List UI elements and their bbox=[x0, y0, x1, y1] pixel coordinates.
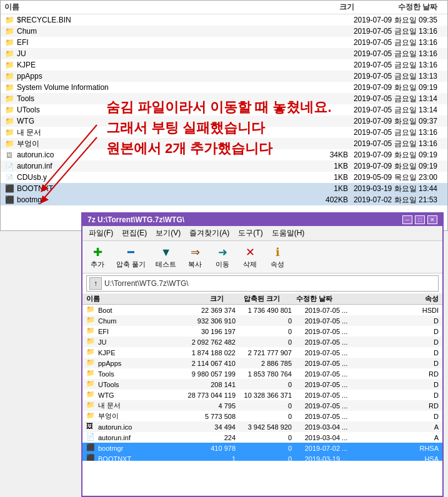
table-row[interactable]: 📁 ppApps 2 114 067 410 2 886 785 2019-07… bbox=[82, 358, 442, 368]
zip-file-size: 2 114 067 410 bbox=[179, 360, 236, 367]
table-row[interactable]: ⬛ BOOTNXT 1 0 2019-03-19 ... HSA bbox=[82, 453, 442, 461]
extract-label: 압축 풀기 bbox=[116, 260, 146, 269]
zip-file-date: 2019-07-05 ... bbox=[292, 349, 361, 357]
maximize-button[interactable]: □ bbox=[415, 215, 425, 224]
zip-menu-items: 파일(F)편집(E)보기(V)즐겨찾기(A)도구(T)도움말(H) bbox=[85, 227, 308, 239]
zip-window-title: 7z U:\Torrent\WTG.7z\WTG\ bbox=[87, 215, 184, 224]
table-row[interactable]: 📁 JU 2 092 762 482 0 2019-07-05 ... D bbox=[82, 337, 442, 347]
table-row[interactable]: 📄 autorun.inf 224 0 2019-03-04 ... A bbox=[82, 432, 442, 443]
zip-file-attr: D bbox=[361, 317, 439, 325]
move-button[interactable]: ➜ 이동 bbox=[211, 244, 234, 270]
menu-item[interactable]: 파일(F) bbox=[85, 227, 117, 239]
zip-file-date: 2019-03-04 ... bbox=[292, 423, 361, 431]
close-button[interactable]: ✕ bbox=[427, 215, 437, 224]
path-up-button[interactable]: ↑ bbox=[89, 277, 102, 290]
zip-file-size: 5 773 508 bbox=[179, 413, 236, 420]
table-row[interactable]: 📁 UTools 208 141 0 2019-07-05 ... D bbox=[82, 379, 442, 390]
folder-icon: 📁 bbox=[86, 401, 96, 411]
zip-file-compressed: 10 328 366 371 bbox=[236, 391, 292, 399]
boot-icon: ⬛ bbox=[86, 454, 96, 461]
file-name: $RECYCLE.BIN bbox=[17, 16, 298, 24]
menu-item[interactable]: 도구(T) bbox=[234, 227, 266, 239]
list-item[interactable]: 📁 ppApps 2019-07-05 금요일 13:13 bbox=[1, 71, 447, 82]
zip-file-size: 30 196 197 bbox=[179, 328, 236, 335]
list-item[interactable]: 📁 JU 2019-07-05 금요일 13:16 bbox=[1, 48, 447, 59]
zip-file-date: 2019-07-05 ... bbox=[292, 381, 361, 388]
folder-icon: 📁 bbox=[86, 411, 96, 421]
list-item[interactable]: 📄 CDUsb.y 1KB 2019-05-09 목요일 23:00 bbox=[1, 172, 447, 183]
file-name: KJPE bbox=[17, 61, 298, 69]
copy-button[interactable]: ⇒ 복사 bbox=[184, 244, 206, 270]
folder-icon: 📁 bbox=[4, 82, 14, 92]
file-date: 2019-07-05 금요일 13:13 bbox=[348, 71, 444, 82]
folder-icon: 📁 bbox=[86, 348, 96, 358]
zip-file-date: 2019-07-02 ... bbox=[292, 445, 361, 452]
list-item[interactable]: ⬛ BOOTNXT 1KB 2019-03-19 화요일 13:44 bbox=[1, 183, 447, 194]
copy-label: 복사 bbox=[188, 260, 202, 269]
test-button[interactable]: ▼ 테스트 bbox=[153, 244, 179, 270]
zip-file-attr: D bbox=[361, 413, 439, 420]
zip-menubar: 파일(F)편집(E)보기(V)즐겨찾기(A)도구(T)도움말(H) bbox=[82, 226, 442, 241]
file-name: BOOTNXT bbox=[17, 184, 298, 193]
zip-file-attr: D bbox=[361, 391, 439, 399]
zcol-attr: 속성 bbox=[349, 294, 439, 303]
minimize-button[interactable]: ─ bbox=[402, 215, 412, 224]
zip-file-name: Tools bbox=[98, 370, 179, 378]
table-row[interactable]: 🖼 autorun.ico 34 494 3 942 548 920 2019-… bbox=[82, 421, 442, 432]
add-icon: ✚ bbox=[90, 245, 105, 260]
list-item[interactable]: 📁 EFI 2019-07-05 금요일 13:16 bbox=[1, 37, 447, 48]
table-row[interactable]: 📁 Boot 22 369 374 1 736 490 801 2019-07-… bbox=[82, 305, 442, 315]
menu-item[interactable]: 즐겨찾기(A) bbox=[186, 227, 233, 239]
file-name: EFI bbox=[17, 38, 298, 47]
zip-file-date: 2019-07-05 ... bbox=[292, 307, 361, 314]
table-row[interactable]: 📁 Tools 9 980 057 199 1 853 780 764 2019… bbox=[82, 368, 442, 379]
extract-button[interactable]: ━ 압축 풀기 bbox=[114, 244, 148, 270]
zip-file-compressed: 0 bbox=[236, 434, 292, 441]
list-item[interactable]: 📁 Chum 2019-07-05 금요일 13:16 bbox=[1, 26, 447, 37]
table-row[interactable]: ⬛ bootmgr 410 978 0 2019-07-02 ... RHSA bbox=[82, 443, 442, 453]
add-button[interactable]: ✚ 추가 bbox=[86, 244, 109, 270]
menu-item[interactable]: 편집(E) bbox=[118, 227, 151, 239]
table-row[interactable]: 📁 내 문서 4 795 0 2019-07-05 ... RD bbox=[82, 400, 442, 411]
list-item[interactable]: 📄 autorun.inf 1KB 2019-07-09 화요일 09:19 bbox=[1, 160, 447, 172]
folder-icon: 📁 bbox=[4, 37, 14, 47]
annotation-overlay: 숨김 파일이라서 이동할 때 놓쳤네요. 그래서 부팅 실패했습니다 원본에서 … bbox=[106, 97, 332, 159]
menu-item[interactable]: 보기(V) bbox=[152, 227, 184, 239]
zip-file-date: 2019-07-05 ... bbox=[292, 413, 361, 420]
zip-file-name: EFI bbox=[98, 328, 179, 335]
list-item[interactable]: ⬛ bootmgr 402KB 2019-07-02 화요일 21:53 bbox=[1, 194, 447, 205]
zip-file-size: 410 978 bbox=[179, 445, 236, 452]
list-item[interactable]: 📁 $RECYCLE.BIN 2019-07-09 화요일 09:35 bbox=[1, 14, 447, 26]
delete-button[interactable]: ✕ 삭제 bbox=[239, 244, 261, 270]
file-date: 2019-07-05 금요일 13:14 bbox=[348, 105, 444, 116]
file-date: 2019-07-09 화요일 09:35 bbox=[348, 15, 444, 26]
file-name: bootmgr bbox=[17, 195, 298, 204]
table-row[interactable]: 📁 Chum 932 306 910 0 2019-07-05 ... D bbox=[82, 315, 442, 326]
inf-icon: 📄 bbox=[86, 433, 96, 443]
menu-item[interactable]: 도움말(H) bbox=[268, 227, 309, 239]
file-date: 2019-07-09 화요일 09:19 bbox=[348, 161, 444, 172]
zip-path-bar: ↑ U:\Torrent\WTG.7z\WTG\ bbox=[86, 275, 439, 292]
info-button[interactable]: ℹ 속성 bbox=[266, 244, 289, 270]
zip-file-name: 내 문서 bbox=[98, 401, 179, 410]
zip-file-size: 1 874 188 022 bbox=[179, 349, 236, 357]
file-name: System Volume Information bbox=[17, 83, 298, 92]
list-item[interactable]: 📁 System Volume Information 2019-07-09 화… bbox=[1, 82, 447, 93]
zip-file-name: autorun.ico bbox=[98, 423, 179, 431]
file-name: JU bbox=[17, 49, 298, 58]
table-row[interactable]: 📁 WTG 28 773 044 119 10 328 366 371 2019… bbox=[82, 390, 442, 400]
zcol-compressed: 압축된 크기 bbox=[224, 294, 280, 303]
zip-titlebar-controls: ─ □ ✕ bbox=[402, 215, 437, 224]
zip-file-compressed: 1 736 490 801 bbox=[236, 307, 292, 314]
zip-file-date: 2019-07-05 ... bbox=[292, 370, 361, 378]
zip-file-size: 4 795 bbox=[179, 402, 236, 410]
info-label: 속성 bbox=[271, 260, 284, 269]
list-item[interactable]: 📁 KJPE 2019-07-05 금요일 13:16 bbox=[1, 59, 447, 71]
table-row[interactable]: 📁 KJPE 1 874 188 022 2 721 777 907 2019-… bbox=[82, 347, 442, 358]
zip-file-size: 224 bbox=[179, 434, 236, 441]
table-row[interactable]: 📁 부엉이 5 773 508 0 2019-07-05 ... D bbox=[82, 411, 442, 421]
move-icon: ➜ bbox=[215, 245, 230, 260]
zip-file-name: ppApps bbox=[98, 360, 179, 367]
table-row[interactable]: 📁 EFI 30 196 197 0 2019-07-05 ... D bbox=[82, 326, 442, 337]
zip-file-size: 22 369 374 bbox=[179, 307, 236, 314]
